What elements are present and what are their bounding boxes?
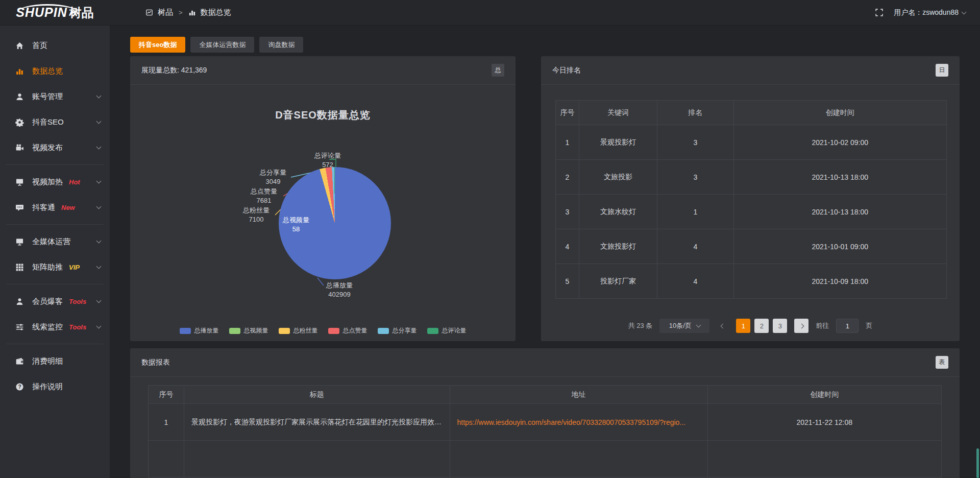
sidebar-item-账号管理[interactable]: 账号管理 [0, 84, 110, 109]
prev-page-button[interactable] [717, 319, 729, 333]
legend-swatch [229, 328, 240, 334]
sidebar-item-首页[interactable]: 首页 [0, 33, 110, 58]
cell: 1 [556, 125, 579, 160]
page-button-1[interactable]: 1 [736, 319, 750, 333]
logo-suffix-text: 树品 [69, 5, 94, 21]
column-header-排名: 排名 [657, 101, 733, 125]
legend-item-总播放量[interactable]: 总播放量 [180, 326, 219, 335]
sidebar-item-全媒体运营[interactable]: 全媒体运营 [0, 229, 110, 254]
table-row: 5投影灯厂家42021-10-09 18:00 [556, 264, 947, 299]
sidebar-item-操作说明[interactable]: ?操作说明 [0, 374, 110, 399]
user-icon [15, 92, 24, 101]
column-header-序号: 序号 [149, 386, 184, 404]
cell: 2021-10-09 18:00 [733, 264, 947, 299]
home-icon [15, 41, 24, 50]
cell: 投影灯厂家 [579, 264, 657, 299]
chevron-down-icon [962, 9, 967, 14]
breadcrumb-root[interactable]: 树品 [158, 8, 173, 17]
scrollbar-thumb[interactable] [976, 448, 979, 478]
legend-swatch [180, 328, 191, 334]
chevron-down-icon [96, 145, 102, 150]
chevron-down-icon [96, 238, 102, 244]
day-view-button[interactable]: 日 [936, 64, 948, 77]
sidebar-item-视频加热[interactable]: 视频加热Hot [0, 169, 110, 195]
sidebar-item-视频发布[interactable]: 视频发布 [0, 135, 110, 160]
cell [149, 441, 184, 477]
sidebar-item-抖客通[interactable]: 抖客通New [0, 195, 110, 220]
sidebar-item-label: 数据总览 [32, 66, 63, 76]
chevron-down-icon [96, 298, 102, 303]
cell: 2021-10-13 18:00 [733, 160, 947, 195]
line-chart-icon [145, 9, 153, 16]
top-bar: SHUPIN 树品 树品 > 数据总览 用户名：zswodun88 [0, 0, 980, 26]
legend-swatch [279, 328, 290, 334]
main-content: 抖音seo数据全媒体运营数据询盘数据 展现量总数: 421,369 总 D音SE… [110, 26, 980, 478]
sidebar-item-label: 抖音SEO [32, 117, 64, 127]
goto-page-input[interactable] [836, 319, 859, 333]
legend-label: 总点赞量 [343, 326, 368, 335]
question-icon: ? [15, 383, 24, 391]
report-panel: 数据报表 表 序号标题地址创建时间 1景观投影灯，夜游景观投影灯厂家展示展示落花… [130, 348, 960, 478]
column-header-关键词: 关键词 [579, 101, 657, 125]
monitor-icon [15, 237, 24, 246]
legend-item-总点赞量[interactable]: 总点赞量 [328, 326, 368, 335]
cell: 景观投影灯 [579, 125, 657, 160]
sidebar-badge-Tools: Tools [69, 298, 86, 305]
bar-chart-icon [188, 9, 196, 16]
sliders-icon [15, 323, 24, 331]
sidebar-item-抖音SEO[interactable]: 抖音SEO [0, 109, 110, 135]
legend-item-总视频量[interactable]: 总视频量 [229, 326, 268, 335]
page-size-select[interactable]: 10条/页 [659, 319, 709, 333]
pie-label-总分享量: 总分享量3049 [250, 168, 296, 186]
user-menu[interactable]: 用户名：zswodun88 [894, 8, 966, 17]
sidebar-item-线索监控[interactable]: 线索监控Tools [0, 314, 110, 340]
pie-label-总评论量: 总评论量572 [305, 151, 351, 170]
sidebar-item-label: 消费明细 [32, 356, 63, 366]
tab-全媒体运营数据[interactable]: 全媒体运营数据 [190, 37, 254, 53]
legend-label: 总分享量 [393, 326, 417, 335]
fullscreen-icon[interactable] [875, 8, 884, 17]
legend-item-总评论量[interactable]: 总评论量 [427, 326, 467, 335]
column-header-标题: 标题 [184, 386, 450, 404]
tab-抖音seo数据[interactable]: 抖音seo数据 [130, 37, 185, 53]
sidebar-item-消费明细[interactable]: 消费明细 [0, 348, 110, 374]
cell: 4 [657, 229, 733, 264]
chevron-down-icon [96, 179, 102, 184]
table-row: 1景观投影灯，夜游景观投影灯厂家展示展示落花灯在花园里的灯光投影应用效果 #ht… [149, 404, 942, 441]
cell: 3 [657, 125, 733, 160]
legend-item-总粉丝量[interactable]: 总粉丝量 [279, 326, 318, 335]
table-view-button[interactable]: 表 [936, 356, 948, 369]
bar-chart-icon [15, 67, 24, 76]
cell [707, 441, 941, 477]
breadcrumb-current[interactable]: 数据总览 [201, 8, 231, 17]
ranking-table: 序号关键词排名创建时间 1景观投影灯32021-10-02 09:002文旅投影… [555, 100, 947, 299]
sidebar-item-矩阵助推[interactable]: 矩阵助推VIP [0, 254, 110, 280]
sidebar-divider [6, 164, 104, 165]
link-cell[interactable]: https://www.iesdouyin.com/share/video/70… [450, 404, 707, 441]
ranking-panel-title: 今日排名 [552, 66, 581, 75]
sidebar: 首页数据总览账号管理抖音SEO视频发布视频加热Hot抖客通New全媒体运营矩阵助… [0, 26, 110, 478]
next-page-button[interactable] [794, 319, 808, 333]
pie-chart-title: D音SEO数据量总览 [130, 108, 516, 122]
ranking-table-wrap: 序号关键词排名创建时间 1景观投影灯32021-10-02 09:002文旅投影… [555, 100, 947, 299]
total-view-button[interactable]: 总 [492, 64, 504, 77]
legend-item-总分享量[interactable]: 总分享量 [378, 326, 417, 335]
sidebar-item-数据总览[interactable]: 数据总览 [0, 58, 110, 84]
cell: 2021-10-01 09:00 [733, 229, 947, 264]
wallet-icon [15, 357, 24, 366]
pagination-total: 共 23 条 [628, 321, 653, 330]
member-icon [15, 297, 24, 306]
column-header-创建时间: 创建时间 [707, 386, 941, 404]
table-row: 1景观投影灯32021-10-02 09:00 [556, 125, 947, 160]
sidebar-item-会员爆客[interactable]: 会员爆客Tools [0, 289, 110, 314]
ranking-panel-header: 今日排名 日 [541, 56, 960, 85]
tab-询盘数据[interactable]: 询盘数据 [259, 37, 303, 53]
page-button-2[interactable]: 2 [754, 319, 769, 333]
table-row: 3文旅水纹灯12021-10-13 18:00 [556, 195, 947, 229]
sidebar-item-label: 视频发布 [32, 143, 63, 153]
chevron-down-icon [96, 93, 102, 99]
cell [184, 441, 450, 477]
sidebar-badge-VIP: VIP [69, 264, 80, 271]
page-button-3[interactable]: 3 [773, 319, 787, 333]
pagination: 共 23 条 10条/页 123 前往 页 [541, 319, 960, 333]
